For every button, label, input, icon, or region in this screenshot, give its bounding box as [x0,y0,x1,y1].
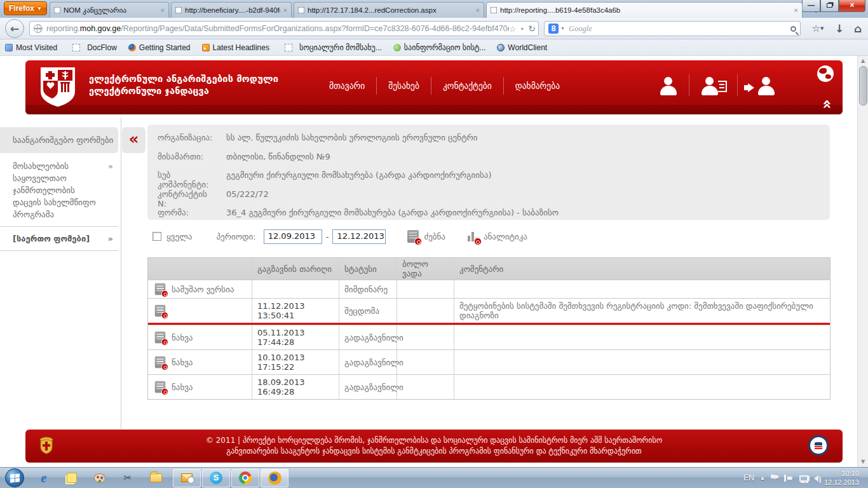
search-bar[interactable]: 8 ▼ Google [544,21,801,36]
taskbar-snipping-tool[interactable]: ✂ [117,469,139,487]
nav-about[interactable]: შესახებ [377,77,431,95]
sidebar-collapse-button[interactable]: « [122,127,146,153]
date-to-input[interactable]: 12.12.2013 [332,229,386,244]
home-button[interactable]: ⌂ [850,21,865,36]
sidebar-header: საანგარიშგებო ფორმები [0,127,118,153]
tab-3[interactable]: http://172.17.184.2...redCorrection.aspx… [294,2,484,18]
show-bookmarks-button[interactable]: ☆▼ [808,21,827,36]
row-send-date: 05.11.2013 17:44:28 [252,325,339,349]
site-title-line1: ელექტრონული ანგარიშგების მოდული [89,74,278,84]
logout-button[interactable] [738,74,787,96]
scroll-up-icon[interactable]: ▲ [859,57,867,65]
nav-help[interactable]: დახმარება [504,77,571,95]
browser-navbar: ← reporting.moh.gov.ge/Reporting/Pages/D… [0,18,868,39]
action-center-flag-icon[interactable] [771,475,778,482]
user-profile-button[interactable] [648,74,689,96]
tray-expand-icon[interactable]: ▲ [760,475,765,481]
period-label: პერიოდი: [216,232,255,241]
page-scrollbar[interactable]: ▲ ▼ [857,56,868,467]
bookmark-star-icon[interactable]: ☆ [509,24,516,34]
nav-home[interactable]: მთავარი [318,77,377,95]
all-checkbox[interactable] [153,232,161,241]
scrollbar-thumb[interactable] [859,66,867,105]
nav-contacts[interactable]: კონტაქტები [431,77,504,95]
start-button[interactable] [5,468,24,487]
taskbar-firefox[interactable] [261,469,288,487]
downloads-button[interactable]: ↓ [831,21,848,36]
taskbar: e ✂ S EN ▲ 10:10 12.12.2013 [0,467,868,488]
open-form-icon[interactable] [155,305,166,316]
volume-icon[interactable] [814,475,818,482]
bookmark-worldclient[interactable]: WorldClient [497,43,547,52]
row-action-link[interactable]: სამუშაო ვერსია [172,285,234,294]
tab-close-icon[interactable]: × [794,6,798,14]
row-action-link[interactable]: ნახვა [172,383,193,392]
row-status: შეცდომა [339,299,397,323]
bookmark-latest-headlines[interactable]: Latest Headlines [202,43,269,52]
header-status: სტატუსი [339,258,397,280]
taskbar-clock[interactable]: 10:10 12.12.2013 [824,469,859,487]
reload-icon[interactable]: ↻ [528,24,536,34]
bookmark-most-visited[interactable]: Most Visited [5,43,57,52]
engine-dropdown-icon[interactable]: ▼ [560,26,565,31]
back-button[interactable]: ← [5,19,24,38]
url-bar[interactable]: reporting.moh.gov.ge/Reporting/Pages/Dat… [29,21,539,36]
row-comment [454,280,830,298]
taskbar-paint[interactable] [89,469,111,487]
tab-close-icon[interactable]: × [161,6,165,14]
search-button[interactable]: ძებნა [407,230,445,243]
taskbar-ie[interactable]: e [33,469,55,487]
open-form-icon[interactable] [155,283,166,295]
restore-button[interactable] [820,0,839,12]
analytics-button[interactable]: ანალიტიკა [467,230,527,243]
row-action-link[interactable]: ნახვა [172,358,193,367]
firefox-menu-button[interactable]: Firefox ▼ [4,1,47,15]
minimize-button[interactable]: — [802,0,820,12]
sidebar-item-common-forms[interactable]: [საერთო ფომები] » [0,227,118,251]
bookmark-info-system[interactable]: საინფორმაციო სისტ... [393,43,486,52]
tab-favicon-placeholder [298,7,304,13]
favicon-placeholder-icon [72,44,80,51]
tab-4-active[interactable]: http://reporting....b619-4e58fa3c4a6b × [486,2,803,18]
row-deadline [397,375,454,399]
scroll-down-icon[interactable]: ▼ [859,458,867,466]
open-form-icon[interactable] [155,332,166,343]
taskbar-sticky-notes[interactable] [61,469,83,487]
tab-close-icon[interactable]: × [476,6,480,14]
search-magnifier-icon[interactable] [790,26,796,32]
bookmark-social-service[interactable]: სოციალური მომსახუ... [281,43,382,52]
open-form-icon[interactable] [155,356,166,368]
collapse-header-button[interactable]: « [821,99,834,109]
row-comment [454,350,830,374]
row-status: გადაგზავნილი [339,375,397,399]
table-header-row: გაგზავნის თარიღი სტატუსი ბოლო ვადა კომენ… [148,257,830,280]
power-plug-icon[interactable] [784,475,794,482]
taskbar-chrome[interactable] [231,469,259,487]
open-form-icon[interactable] [155,381,166,393]
bookmarks-star-icon: ☆ [812,23,820,34]
detail-label: მისამართი: [158,152,216,161]
user-list-button[interactable] [689,74,738,96]
tab-title: http://172.17.184.2...redCorrection.aspx [308,6,473,14]
google-engine-icon[interactable]: 8 [548,24,559,34]
taskbar-skype[interactable]: S [202,469,230,487]
date-from-input[interactable]: 12.09.2013 [264,229,322,244]
sidebar-item-universal-healthcare[interactable]: მოსახლეობის საყოველთაო ჯანმრთელობის დაცვ… [0,154,118,227]
language-globe-icon[interactable] [817,65,834,82]
tab-close-icon[interactable]: × [283,6,287,14]
tab-1[interactable]: NOM კანცელარია × [50,2,169,18]
detail-row-subcomponent: სუბ კომპონენტი: გეგმიური ქირურგიული მომს… [158,170,830,189]
page-content: ელექტრონული ანგარიშგების მოდული ელექტრონ… [0,56,868,467]
bookmark-label: Most Visited [16,43,57,52]
detail-value: 05/222/72 [216,189,269,199]
tab-2[interactable]: http://beneficiary....-b2df-940fea4af0a0… [171,2,292,18]
close-button[interactable]: × [839,0,865,12]
taskbar-outlook[interactable] [173,469,201,487]
url-dropdown-icon[interactable]: ▼ [520,27,524,31]
bookmark-getting-started[interactable]: Getting Started [128,43,191,52]
row-action-link[interactable]: ნახვა [172,333,193,342]
bookmark-docflow[interactable]: DocFlow [69,43,117,52]
site-identity-globe-icon[interactable] [34,24,43,33]
taskbar-explorer[interactable] [145,469,166,487]
language-indicator[interactable]: EN [743,473,754,482]
